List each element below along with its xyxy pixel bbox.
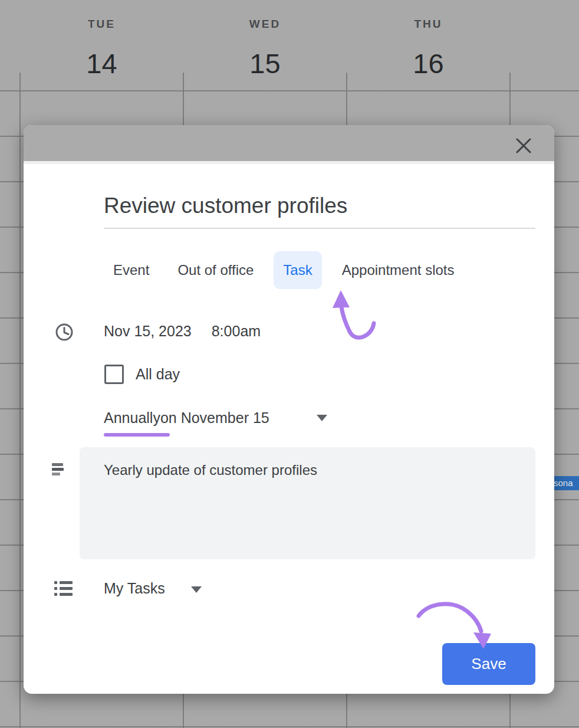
day-number: 15 bbox=[183, 47, 347, 80]
recurrence-highlighted-word: Annually bbox=[104, 409, 160, 427]
arrow-to-task-tab-icon bbox=[321, 289, 386, 348]
day-column-header: WED 15 bbox=[183, 0, 347, 80]
description-value: Yearly update of customer profiles bbox=[104, 462, 524, 478]
annotation-underline bbox=[104, 433, 170, 437]
all-day-checkbox[interactable] bbox=[104, 365, 124, 384]
all-day-label: All day bbox=[136, 366, 180, 383]
recurrence-dropdown[interactable]: Annually on November 15 bbox=[104, 407, 269, 428]
tab-out-of-office[interactable]: Out of office bbox=[177, 262, 254, 278]
calendar-grid-vertical-line bbox=[19, 73, 21, 728]
task-list-icon bbox=[54, 581, 73, 596]
description-icon bbox=[52, 463, 64, 476]
event-type-tabs: Event Out of office Task Appointment slo… bbox=[113, 250, 454, 290]
time-field[interactable]: 8:00am bbox=[212, 323, 261, 340]
recurrence-rest: on November 15 bbox=[160, 409, 269, 427]
background-event-chip: rsona bbox=[553, 476, 579, 490]
create-task-dialog: Review customer profiles Event Out of of… bbox=[24, 125, 554, 694]
description-textarea[interactable]: Yearly update of customer profiles bbox=[80, 447, 535, 559]
chevron-down-icon bbox=[317, 415, 327, 421]
close-button[interactable] bbox=[515, 137, 532, 155]
all-day-row: All day bbox=[104, 364, 180, 384]
day-name: WED bbox=[183, 18, 347, 31]
dialog-drag-bar[interactable] bbox=[24, 125, 554, 164]
day-name: THU bbox=[347, 18, 510, 31]
chevron-down-icon bbox=[191, 586, 202, 593]
task-list-value: My Tasks bbox=[104, 580, 165, 597]
date-field[interactable]: Nov 15, 2023 bbox=[104, 323, 192, 340]
day-name: TUE bbox=[20, 18, 183, 31]
save-button[interactable]: Save bbox=[442, 643, 535, 685]
day-column-header: TUE 14 bbox=[20, 0, 183, 80]
day-column-header: THU 16 bbox=[347, 0, 510, 80]
day-number: 14 bbox=[20, 47, 183, 80]
tab-event[interactable]: Event bbox=[113, 262, 149, 278]
title-value: Review customer profiles bbox=[104, 191, 535, 221]
tab-task[interactable]: Task bbox=[274, 251, 321, 289]
task-list-dropdown[interactable]: My Tasks bbox=[104, 579, 202, 597]
tab-appointment-slots[interactable]: Appointment slots bbox=[342, 262, 455, 278]
datetime-row: Nov 15, 2023 8:00am bbox=[104, 322, 261, 340]
day-number: 16 bbox=[347, 47, 510, 80]
close-icon bbox=[515, 137, 532, 155]
title-input[interactable]: Review customer profiles bbox=[104, 191, 535, 229]
clock-icon bbox=[55, 323, 74, 342]
